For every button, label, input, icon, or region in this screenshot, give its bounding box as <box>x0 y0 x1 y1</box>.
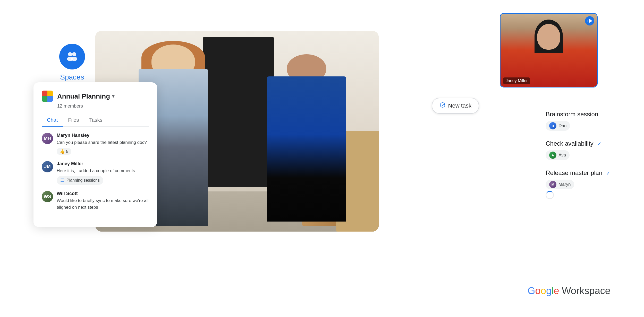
tasks-panel: Brainstorm session D Dan Check availabil… <box>546 111 611 208</box>
task-name-brainstorm: Brainstorm session <box>546 111 611 118</box>
avatar-will-face: WS <box>42 191 53 202</box>
people-icon <box>65 50 79 64</box>
tab-tasks[interactable]: Tasks <box>84 114 107 126</box>
avatar-janey-face: JM <box>42 161 53 172</box>
google-o2: o <box>541 285 546 296</box>
file-chip-label: Planning sessions <box>66 178 100 183</box>
chat-panel: Annual Planning ▾ 12 members Chat Files … <box>33 82 157 227</box>
svg-point-3 <box>71 57 77 61</box>
task-name-release: Release master plan ✓ <box>546 169 611 177</box>
tab-files[interactable]: Files <box>63 114 84 126</box>
message-maryn: MH Maryn Hansley Can you please share th… <box>42 133 149 155</box>
video-name-tag: Janey Miller <box>503 77 530 84</box>
members-count: 12 members <box>57 103 149 109</box>
task-assignee-maryn: M Maryn <box>546 180 574 189</box>
spaces-icon-container: Spaces <box>59 44 85 81</box>
message-will-name: Will Scott <box>57 191 149 196</box>
message-maryn-text: Can you please share the latest planning… <box>57 139 149 146</box>
spaces-label: Spaces <box>60 73 84 81</box>
avatar-ava: A <box>549 152 556 159</box>
avatar-maryn-face: MH <box>42 133 53 144</box>
video-call-panel[interactable]: Janey Miller <box>500 13 598 87</box>
assignee-maryn-label: Maryn <box>558 182 571 187</box>
google-g2: g <box>546 285 552 296</box>
chat-title-text: Annual Planning <box>57 92 110 100</box>
google-e: e <box>554 285 559 296</box>
svg-point-1 <box>72 52 76 56</box>
message-janey: JM Janey Miller Here it is, I added a co… <box>42 161 149 185</box>
google-logo-text: Google <box>528 285 559 296</box>
svg-rect-5 <box>589 19 590 23</box>
chat-tabs: Chat Files Tasks <box>42 114 149 127</box>
avatar-janey: JM <box>42 161 53 172</box>
check-mark-ava: ✓ <box>597 141 601 147</box>
workspace-label: Workspace <box>562 285 611 296</box>
new-task-label: New task <box>448 102 471 109</box>
message-maryn-content: Maryn Hansley Can you please share the l… <box>57 133 149 155</box>
task-assignee-ava: A Ava <box>546 150 570 160</box>
google-g: G <box>528 285 535 296</box>
message-janey-name: Janey Miller <box>57 161 149 166</box>
avatar-will: WS <box>42 191 53 202</box>
google-workspace-logo: Google Workspace <box>528 285 611 296</box>
avatar-maryn: MH <box>42 133 53 144</box>
spaces-icon[interactable] <box>59 44 85 69</box>
new-task-button[interactable]: New task <box>432 98 479 114</box>
file-icon: ☰ <box>60 178 64 183</box>
google-o1: o <box>535 285 541 296</box>
task-name-check: Check availability ✓ <box>546 140 611 147</box>
message-janey-text: Here it is, I added a couple of comments <box>57 168 149 174</box>
video-face <box>537 24 560 50</box>
new-task-icon <box>439 102 446 110</box>
reaction-chip[interactable]: 👍 5 <box>57 148 71 155</box>
person-man <box>257 51 356 222</box>
tab-chat[interactable]: Chat <box>42 114 63 126</box>
check-mark-maryn: ✓ <box>606 170 611 176</box>
workspace-logo-small <box>42 91 53 102</box>
message-will: WS Will Scott Would like to briefly sync… <box>42 191 149 213</box>
mic-bars-icon <box>587 19 592 23</box>
task-spinner <box>546 191 554 199</box>
avatar-dan: D <box>549 122 556 129</box>
message-will-text: Would like to briefly sync to make sure … <box>57 197 149 210</box>
svg-rect-4 <box>588 20 588 22</box>
assignee-ava-label: Ava <box>558 153 566 158</box>
task-item-release: Release master plan ✓ M Maryn <box>546 169 611 199</box>
avatar-maryn-task: M <box>549 181 556 188</box>
dropdown-arrow[interactable]: ▾ <box>112 93 114 99</box>
chat-header: Annual Planning ▾ <box>42 91 149 102</box>
task-item-check: Check availability ✓ A Ava <box>546 140 611 160</box>
message-will-content: Will Scott Would like to briefly sync to… <box>57 191 149 213</box>
task-item-brainstorm: Brainstorm session D Dan <box>546 111 611 131</box>
message-janey-content: Janey Miller Here it is, I added a coupl… <box>57 161 149 185</box>
check-add-icon <box>439 102 446 108</box>
video-mic-icon[interactable] <box>585 16 594 25</box>
svg-point-0 <box>68 52 72 56</box>
svg-rect-7 <box>591 20 592 22</box>
task-assignee-dan: D Dan <box>546 121 570 131</box>
assignee-dan-label: Dan <box>558 123 566 128</box>
man-body <box>267 76 346 222</box>
file-chip[interactable]: ☰ Planning sessions <box>57 176 103 185</box>
video-background: Janey Miller <box>501 14 597 87</box>
svg-rect-6 <box>590 20 591 22</box>
message-maryn-name: Maryn Hansley <box>57 133 149 138</box>
chat-title: Annual Planning ▾ <box>57 92 114 100</box>
